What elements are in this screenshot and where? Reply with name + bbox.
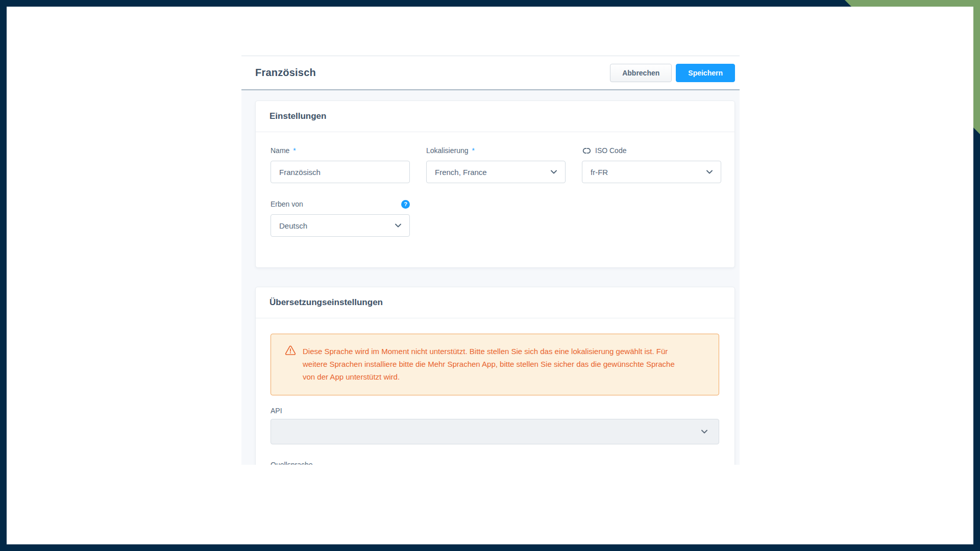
chevron-down-icon [395, 223, 401, 228]
chevron-down-icon [706, 170, 713, 174]
inherit-from-select[interactable]: Deutsch [271, 214, 410, 237]
cancel-button[interactable]: Abbrechen [610, 64, 672, 82]
required-marker: * [293, 146, 296, 155]
name-field: Name * [271, 146, 410, 183]
chevron-down-icon [551, 170, 557, 174]
api-select[interactable] [271, 419, 719, 444]
chevron-down-icon [701, 430, 707, 434]
locale-select-value: French, France [435, 168, 487, 177]
warning-icon [285, 345, 296, 358]
required-marker: * [472, 146, 475, 155]
iso-code-field: ISO Code fr-FR [582, 146, 721, 183]
name-input[interactable] [271, 161, 410, 183]
translation-card-header: Übersetzungseinstellungen [256, 287, 734, 318]
warning-alert: Diese Sprache wird im Moment nicht unter… [271, 334, 719, 395]
api-label: API [271, 407, 719, 415]
settings-card-body: Name * Lokalisierung * French, Fr [256, 132, 734, 267]
name-label: Name [271, 146, 289, 155]
translation-settings-card: Übersetzungseinstellungen Diese Sprache … [255, 287, 735, 465]
warning-text: Diese Sprache wird im Moment nicht unter… [303, 345, 685, 383]
inherit-from-field: Erben von ? Deutsch [271, 199, 410, 237]
locale-label: Lokalisierung [426, 146, 469, 155]
settings-card-title: Einstellungen [270, 111, 326, 121]
translation-card-body: Diese Sprache wird im Moment nicht unter… [256, 318, 734, 465]
save-button[interactable]: Speichern [676, 64, 735, 82]
green-corner-accent [845, 0, 980, 134]
translation-card-title: Übersetzungseinstellungen [270, 297, 383, 308]
locale-select[interactable]: French, France [426, 161, 566, 183]
source-language-field: Quellsprache [271, 461, 719, 465]
inherit-from-select-value: Deutsch [279, 221, 307, 230]
source-language-label: Quellsprache [271, 461, 719, 465]
api-field: API [271, 407, 719, 444]
page: { "page": { "frame_navy": "#032947", "fr… [0, 0, 980, 551]
iso-code-select-value: fr-FR [591, 168, 608, 177]
settings-card: Einstellungen Name * Lokalisieru [255, 101, 735, 268]
iso-code-label: ISO Code [595, 146, 626, 155]
admin-viewport: Französisch Abbrechen Speichern Einstell… [241, 56, 740, 465]
smart-bar-actions: Abbrechen Speichern [610, 64, 735, 82]
help-icon[interactable]: ? [401, 200, 410, 209]
inherit-from-label: Erben von [271, 200, 303, 208]
page-title: Französisch [255, 67, 316, 79]
inheritance-icon [582, 147, 592, 155]
module-scroll-area[interactable]: Einstellungen Name * Lokalisieru [241, 90, 740, 465]
iso-code-select[interactable]: fr-FR [582, 161, 721, 183]
locale-field: Lokalisierung * French, France [426, 146, 566, 183]
smart-bar: Französisch Abbrechen Speichern [241, 56, 740, 90]
settings-card-header: Einstellungen [256, 101, 734, 132]
